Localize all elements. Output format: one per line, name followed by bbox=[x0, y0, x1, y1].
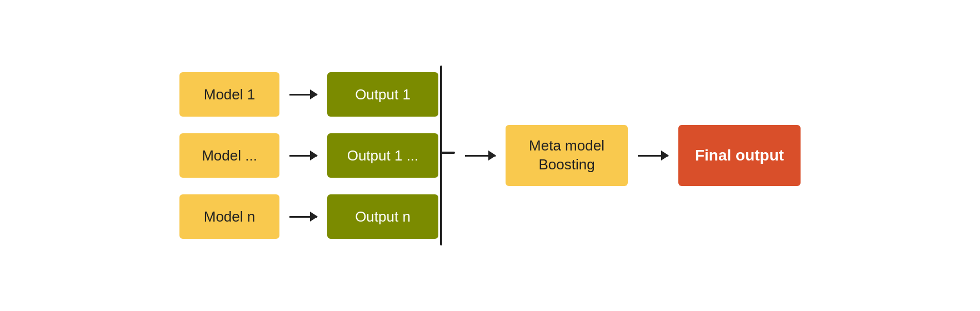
model-box-2: Model ... bbox=[179, 133, 279, 178]
output-box-1: Output 1 bbox=[327, 72, 438, 117]
arrow-1 bbox=[289, 72, 317, 117]
outputs-with-bracket: Output 1 Output 1 ... Output n bbox=[327, 64, 455, 247]
bracket-to-meta-arrow bbox=[465, 155, 496, 157]
meta-label: Meta model Boosting bbox=[529, 137, 604, 174]
arrow-2 bbox=[289, 133, 317, 178]
meta-arrow-line bbox=[638, 155, 668, 157]
arrow-line-2 bbox=[289, 155, 317, 157]
models-column: Model 1 Model ... Model n bbox=[179, 72, 279, 239]
bracket-svg bbox=[438, 64, 455, 247]
model-2-label: Model ... bbox=[202, 147, 257, 164]
outputs-column: Output 1 Output 1 ... Output n bbox=[327, 72, 438, 239]
model-box-1: Model 1 bbox=[179, 72, 279, 117]
meta-line1: Meta model bbox=[529, 137, 604, 154]
output-3-label: Output n bbox=[355, 208, 411, 225]
meta-model-box: Meta model Boosting bbox=[506, 125, 628, 186]
arrow-3 bbox=[289, 194, 317, 239]
boosting-diagram: Model 1 Model ... Model n Output 1 Outpu… bbox=[179, 64, 801, 247]
model-box-3: Model n bbox=[179, 194, 279, 239]
bracket-arrow-line bbox=[465, 155, 496, 157]
final-output-label: Final output bbox=[695, 146, 784, 165]
model-3-label: Model n bbox=[204, 208, 256, 225]
model-1-label: Model 1 bbox=[204, 86, 256, 103]
model-to-output-arrows bbox=[289, 72, 317, 239]
output-1-label: Output 1 bbox=[355, 86, 411, 103]
output-box-3: Output n bbox=[327, 194, 438, 239]
bracket bbox=[438, 64, 455, 247]
output-2-label: Output 1 ... bbox=[347, 147, 419, 164]
output-box-2: Output 1 ... bbox=[327, 133, 438, 178]
final-output-box: Final output bbox=[678, 125, 801, 186]
arrow-line-3 bbox=[289, 216, 317, 218]
meta-line2: Boosting bbox=[538, 156, 594, 173]
meta-to-final-arrow bbox=[638, 155, 668, 157]
arrow-line-1 bbox=[289, 94, 317, 96]
